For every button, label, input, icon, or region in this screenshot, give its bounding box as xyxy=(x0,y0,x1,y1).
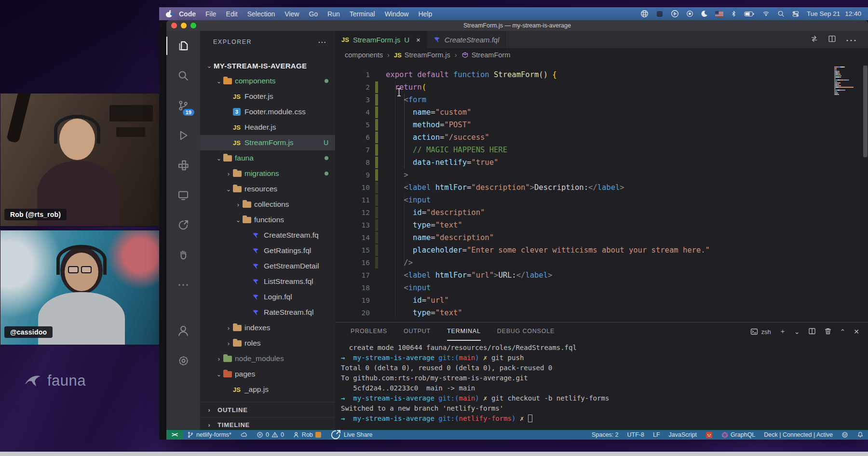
menu-item-file[interactable]: File xyxy=(201,10,221,18)
tree-item-collections[interactable]: ›collections xyxy=(200,197,335,212)
tab-close-icon[interactable]: × xyxy=(416,36,420,44)
tree-item-footer-js[interactable]: JSFooter.js xyxy=(200,89,335,104)
activity-search[interactable] xyxy=(166,61,200,91)
code-editor[interactable]: 1export default function StreamForm() {2… xyxy=(335,62,868,322)
indent-guide xyxy=(404,194,405,269)
tree-item-components[interactable]: ⌄components xyxy=(200,73,335,89)
tree-item-pages[interactable]: ⌄pages xyxy=(200,366,335,382)
player-bottom-strip xyxy=(0,452,868,456)
split-terminal-icon[interactable] xyxy=(808,327,816,336)
status-encoding[interactable]: UTF-8 xyxy=(623,430,649,440)
tree-item-fauna[interactable]: ⌄fauna xyxy=(200,150,335,166)
editor-tab-streamform-js[interactable]: JSStreamForm.jsU× xyxy=(335,31,427,48)
breadcrumb-streamform[interactable]: StreamForm xyxy=(461,51,511,59)
folder-icon xyxy=(223,356,235,362)
modified-dot-badge xyxy=(325,172,328,175)
tree-item-node-modules[interactable]: ›node_modules xyxy=(200,351,335,366)
activity-source-control[interactable]: 19 xyxy=(166,91,200,121)
menu-item-window[interactable]: Window xyxy=(380,10,414,18)
tree-item-getstreamdetails-fql[interactable]: GetStreamDetails.fql xyxy=(200,258,335,274)
menu-item-terminal[interactable]: Terminal xyxy=(345,10,380,18)
terminal-output[interactable]: create mode 100644 fauna/resources/roles… xyxy=(335,341,868,430)
status-graphql-status[interactable]: GraphQL xyxy=(717,430,760,440)
sidebar-section-timeline[interactable]: ›TIMELINE xyxy=(200,417,335,432)
menu-item-run[interactable]: Run xyxy=(323,10,345,18)
terminal-line: → my-stream-is-average git:(main) ✗ git … xyxy=(341,393,868,403)
tree-item-ratestream-fql[interactable]: RateStream.fql xyxy=(200,305,335,320)
breadcrumb-components[interactable]: components xyxy=(345,51,383,59)
explorer-more-actions-icon[interactable]: ⋯ xyxy=(318,37,326,47)
activity-more-actions[interactable] xyxy=(166,270,200,300)
menu-item-view[interactable]: View xyxy=(280,10,304,18)
status-extension-badge[interactable] xyxy=(701,430,717,440)
breadcrumb-streamform.js[interactable]: JSStreamForm.js xyxy=(394,51,450,59)
menu-bar-clock[interactable]: Tue Sep 21 12:40 xyxy=(807,10,861,17)
tree-item-streamform-js[interactable]: JSStreamForm.jsU xyxy=(200,135,335,150)
chevron-down-icon: ⌄ xyxy=(205,62,214,69)
menu-item-code[interactable]: Code xyxy=(174,10,201,18)
sidebar-section-outline[interactable]: ›OUTLINE xyxy=(200,402,335,417)
activity-extensions[interactable] xyxy=(166,150,200,180)
tree-item-createstream-fql[interactable]: CreateStream.fql xyxy=(200,228,335,243)
menu-item-selection[interactable]: Selection xyxy=(243,10,280,18)
maximize-panel-icon[interactable]: ⌃ xyxy=(840,328,846,335)
kill-terminal-icon[interactable] xyxy=(824,327,832,336)
editor-scrollbar[interactable] xyxy=(863,66,868,157)
css-file-icon: 3 xyxy=(233,108,244,116)
terminal-dropdown-icon[interactable]: ⌄ xyxy=(794,328,800,335)
menu-item-help[interactable]: Help xyxy=(413,10,437,18)
tree-item-functions[interactable]: ⌄functions xyxy=(200,212,335,228)
status-label: LF xyxy=(653,431,660,438)
minimap[interactable] xyxy=(834,67,861,95)
tree-item-liststreams-fql[interactable]: ListStreams.fql xyxy=(200,274,335,289)
status-notifications[interactable] xyxy=(853,430,868,440)
activity-remote-preview[interactable] xyxy=(166,180,200,210)
menu-item-go[interactable]: Go xyxy=(304,10,323,18)
modified-dot-badge xyxy=(325,79,328,83)
status-remote-indicator[interactable]: >< xyxy=(166,430,183,440)
explorer-icon xyxy=(177,40,189,52)
status-label: netlify-forms* xyxy=(196,431,231,438)
tree-item-footer-module-css[interactable]: 3Footer.module.css xyxy=(200,104,335,120)
status-eol[interactable]: LF xyxy=(649,430,665,440)
chevron-down-icon: ⌄ xyxy=(224,186,233,193)
tree-item-my-stream-is-average[interactable]: ⌄MY-STREAM-IS-AVERAGE xyxy=(200,58,335,73)
folder-icon xyxy=(223,78,235,84)
panel-tab-terminal[interactable]: TERMINAL xyxy=(447,322,481,341)
panel-tab-debug-console[interactable]: DEBUG CONSOLE xyxy=(497,322,555,341)
tree-item-header-js[interactable]: JSHeader.js xyxy=(200,120,335,135)
status-language-mode[interactable]: JavaScript xyxy=(665,430,701,440)
extensions-icon xyxy=(177,160,189,171)
status-indentation[interactable]: Spaces: 2 xyxy=(587,430,623,440)
close-panel-icon[interactable]: ✕ xyxy=(854,328,859,335)
status-deck-status[interactable]: Deck | Connected | Active xyxy=(760,430,837,440)
editor-tab-createstream-fql[interactable]: CreateStream.fql xyxy=(427,31,506,48)
menu-item-edit[interactable]: Edit xyxy=(221,10,243,18)
activity-explorer[interactable] xyxy=(166,31,200,61)
activity-account[interactable] xyxy=(166,316,200,346)
activity-run-debug[interactable] xyxy=(166,121,200,150)
new-terminal-icon[interactable]: ＋ xyxy=(779,327,786,336)
editor-action-more-actions[interactable] xyxy=(846,35,856,44)
tree-item-resources[interactable]: ⌄resources xyxy=(200,181,335,197)
editor-action-split-editor[interactable] xyxy=(828,35,836,45)
panel-tab-problems[interactable]: PROBLEMS xyxy=(351,322,387,341)
activity-raised-hand[interactable] xyxy=(166,240,200,270)
terminal-instance-picker[interactable]: zsh xyxy=(750,328,771,335)
tree-item-getratings-fql[interactable]: GetRatings.fql xyxy=(200,243,335,258)
tree-item-roles[interactable]: ›roles xyxy=(200,335,335,351)
gutter xyxy=(370,282,386,294)
editor-action-open-changes[interactable] xyxy=(810,35,818,45)
status-feedback[interactable] xyxy=(837,430,853,440)
tree-item--app-js[interactable]: JS_app.js xyxy=(200,382,335,397)
tree-item-login-fql[interactable]: Login.fql xyxy=(200,289,335,305)
activity-settings-gear[interactable] xyxy=(166,346,200,376)
activity-live-share[interactable] xyxy=(166,210,200,240)
apple-menu-icon[interactable] xyxy=(166,11,172,17)
window-title-bar[interactable]: StreamForm.js — my-stream-is-average xyxy=(166,20,868,31)
tree-item-migrations[interactable]: ›migrations xyxy=(200,166,335,181)
tree-item-label: Footer.module.css xyxy=(244,107,306,116)
panel-tab-output[interactable]: OUTPUT xyxy=(404,322,431,341)
account-icon xyxy=(177,324,190,337)
tree-item-indexes[interactable]: ›indexes xyxy=(200,320,335,335)
